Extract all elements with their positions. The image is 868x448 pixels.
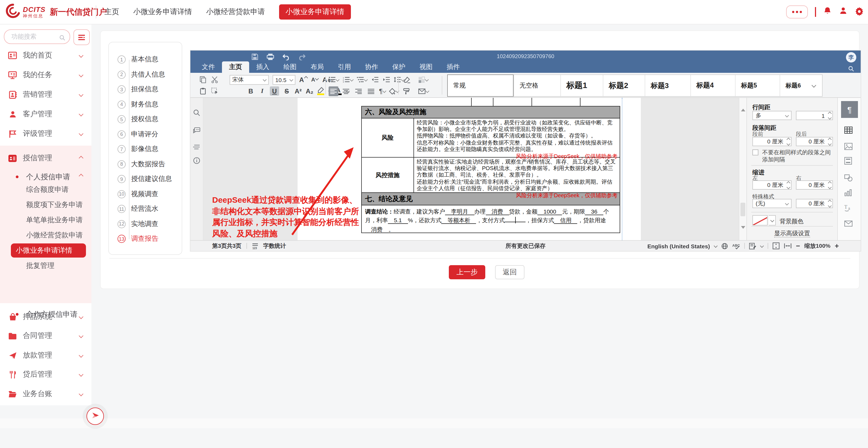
paragraph-tool-icon[interactable]: ¶ — [841, 101, 858, 118]
stepper-step[interactable]: 2 共借人信息 — [109, 67, 182, 82]
align-center-icon[interactable] — [341, 86, 351, 96]
editor-menu-tab[interactable]: 主页 — [222, 61, 249, 73]
no-space-checkbox[interactable] — [752, 149, 758, 156]
bold-icon[interactable]: B — [247, 87, 255, 95]
highlight-color-icon[interactable] — [317, 87, 325, 95]
editor-menu-tab[interactable]: 协作 — [358, 61, 385, 73]
style-option[interactable]: 标题2 — [603, 75, 645, 96]
style-gallery-more-icon[interactable] — [807, 74, 820, 96]
stepper-step[interactable]: 3 担保信息 — [109, 82, 182, 97]
align-right-icon[interactable] — [353, 86, 364, 96]
sidebar-sub-item[interactable]: 额度项下业务申请 — [26, 200, 83, 210]
background-color-swatch[interactable] — [752, 215, 768, 226]
conclusion-cell[interactable]: 调查结论：经调查，建议为客户李明月办理消费贷款，金额1000元，期限36个月，利… — [361, 205, 620, 233]
mail-tool-icon[interactable] — [844, 219, 852, 229]
shading-grid-icon[interactable] — [418, 75, 428, 84]
select-icon[interactable] — [211, 87, 218, 95]
stepper-step[interactable]: 7 影像信息 — [109, 142, 182, 157]
editor-search-icon[interactable] — [848, 64, 854, 74]
sidebar-item-post-loan[interactable]: 贷后管理 — [0, 366, 91, 382]
style-option[interactable]: 常规 — [447, 74, 514, 97]
justify-icon[interactable] — [366, 86, 376, 96]
scroll-down-icon[interactable] — [741, 229, 745, 239]
editor-menu-tab[interactable]: 引用 — [331, 61, 358, 73]
scrollbar-thumb[interactable] — [740, 203, 745, 216]
numbered-list-icon[interactable]: 123 — [343, 75, 353, 84]
sidebar-item-customers[interactable]: 客户管理 — [0, 106, 91, 122]
grow-font-icon[interactable]: A — [299, 75, 307, 84]
page-layout-tool-icon[interactable] — [844, 157, 852, 167]
special-format-select[interactable]: (无) — [752, 199, 792, 208]
send-float-button[interactable] — [87, 408, 104, 425]
paragraph-mark-icon[interactable]: ¶ — [379, 87, 386, 95]
collapse-menu-icon[interactable] — [73, 29, 90, 45]
header-tab[interactable]: 小微业务申请详情 — [279, 4, 351, 20]
fit-width-icon[interactable] — [784, 243, 792, 249]
italic-icon[interactable]: I — [258, 87, 266, 95]
zoom-level[interactable]: 缩放100% — [804, 242, 831, 250]
multilevel-list-icon[interactable] — [357, 75, 367, 84]
sidebar-item-my-tasks[interactable]: 我的任务 — [0, 67, 91, 83]
sidebar-sub-item[interactable]: 批复管理 — [26, 261, 54, 271]
header-tab[interactable]: 小微经营贷款申请 — [206, 7, 265, 17]
line-spacing-value[interactable]: 1 — [796, 111, 833, 120]
subscript-icon[interactable]: A₂ — [306, 87, 313, 95]
stepper-step[interactable]: 4 财务信息 — [109, 97, 182, 112]
shading-icon[interactable] — [389, 87, 399, 95]
space-before-input[interactable]: 0 厘米 — [752, 137, 792, 146]
chart-tool-icon[interactable] — [844, 188, 852, 198]
sidebar-item-marketing[interactable]: 营销管理 — [0, 87, 91, 103]
gear-icon[interactable] — [855, 6, 864, 18]
editor-menu-tab[interactable]: 视图 — [412, 61, 440, 73]
cut-icon[interactable] — [211, 75, 218, 84]
sidebar-item-contracts[interactable]: 合同管理 — [0, 328, 91, 344]
sidebar-sub-item[interactable]: 综合额度申请 — [26, 185, 68, 195]
editor-menu-tab[interactable]: 布局 — [304, 61, 331, 73]
back-button[interactable]: 返回 — [495, 265, 524, 279]
copy-icon[interactable] — [199, 75, 207, 84]
stepper-step[interactable]: 13 调查报告 — [109, 232, 182, 246]
shrink-font-icon[interactable]: A — [311, 75, 318, 84]
image-tool-icon[interactable] — [844, 142, 852, 152]
sidebar-item-collateral[interactable]: 押品系统 — [0, 309, 91, 325]
edit-mode-icon[interactable] — [749, 243, 756, 249]
info-icon[interactable] — [193, 157, 200, 166]
style-option[interactable]: 标题5 — [735, 75, 780, 96]
increase-indent-icon[interactable] — [382, 75, 390, 84]
language-label[interactable]: English (United States) — [647, 243, 710, 249]
header-tab[interactable]: 主页 — [104, 7, 119, 17]
editor-menu-tab[interactable]: 文件 — [195, 61, 222, 73]
style-option[interactable]: 无空格 — [514, 75, 560, 96]
font-family-select[interactable]: 宋体 — [229, 75, 269, 84]
comments-icon[interactable] — [193, 126, 200, 136]
editor-menu-tab[interactable]: 插件 — [440, 61, 467, 73]
sidebar-sub-item[interactable]: 小微经营贷款申请 — [26, 230, 83, 240]
stepper-step[interactable]: 12 实地调查 — [109, 216, 182, 232]
sidebar-item-rating[interactable]: 评级管理 — [0, 126, 91, 142]
align-left-icon[interactable] — [329, 86, 338, 96]
outline-icon[interactable] — [193, 142, 200, 152]
sidebar-sub-item[interactable]: 单笔单批业务申请 — [26, 215, 83, 225]
space-after-input[interactable]: 0 厘米 — [796, 137, 833, 146]
line-spacing-select[interactable]: 多 — [752, 111, 792, 120]
table-tool-icon[interactable] — [844, 126, 852, 136]
stepper-step[interactable]: 1 基本信息 — [109, 52, 182, 67]
paste-icon[interactable] — [199, 87, 207, 95]
zoom-out-button[interactable]: − — [796, 242, 800, 250]
decrease-indent-icon[interactable] — [371, 75, 379, 84]
search-input[interactable] — [10, 33, 59, 40]
advanced-settings-link[interactable]: 显示高级设置 — [747, 229, 837, 237]
avatar[interactable]: 李 — [846, 52, 856, 63]
background-color-dropdown-icon[interactable] — [769, 215, 776, 226]
sidebar-item-active[interactable]: 小微业务申请详情 — [11, 243, 86, 257]
editor-menu-tab[interactable]: 插入 — [249, 61, 276, 73]
format-painter-icon[interactable] — [403, 87, 410, 95]
edit-mode-dropdown-icon[interactable] — [760, 244, 764, 248]
style-option[interactable]: 标题1 — [560, 75, 603, 96]
font-size-select[interactable]: 10.5 — [273, 75, 296, 84]
header-tab[interactable]: 小微业务申请详情 — [133, 7, 192, 17]
stepper-step[interactable]: 11 经营流水 — [109, 202, 182, 216]
globe-icon[interactable] — [721, 243, 728, 249]
underline-icon[interactable]: U — [270, 87, 279, 96]
text-art-tool-icon[interactable]: Ta — [844, 204, 852, 213]
